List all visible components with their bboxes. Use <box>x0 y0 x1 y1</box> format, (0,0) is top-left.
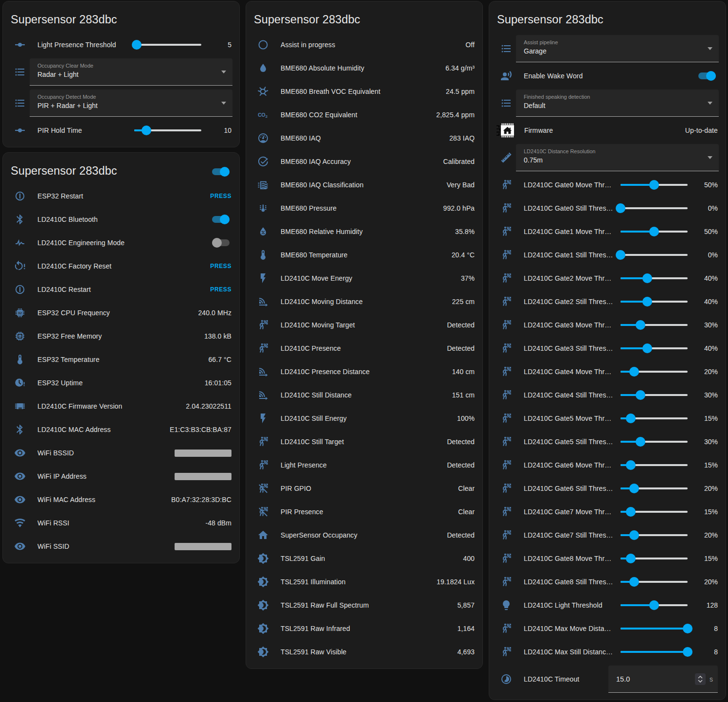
svg-text:2: 2 <box>266 114 268 119</box>
svg-text:32: 32 <box>18 311 22 315</box>
svg-text:CO: CO <box>258 112 265 118</box>
